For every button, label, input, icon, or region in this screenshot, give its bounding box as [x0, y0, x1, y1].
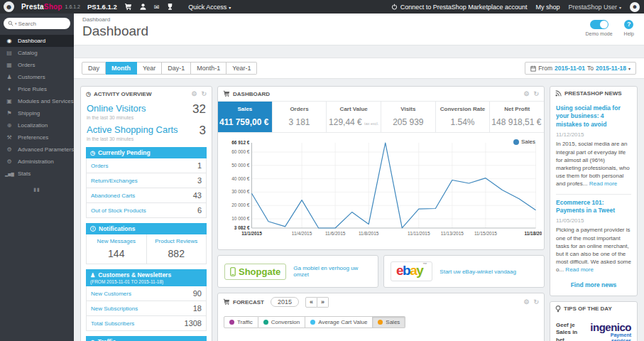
- out-of-stock-row[interactable]: Out of Stock Products 6: [87, 203, 206, 217]
- forecast-legend-conversion[interactable]: Conversion: [258, 316, 305, 328]
- abandoned-carts-row[interactable]: Abandoned Carts 43: [87, 188, 206, 203]
- panel-refresh-icon[interactable]: ↻: [533, 90, 539, 97]
- sidebar-item-stats[interactable]: ▂▅▇ Stats: [0, 168, 74, 180]
- forecast-prev-button[interactable]: «: [305, 297, 317, 308]
- sidebar-item-label: Orders: [18, 62, 35, 68]
- sidebar-item-dashboard[interactable]: ◉ Dashboard: [0, 35, 74, 47]
- metric-net-profit[interactable]: Net Profit 148 918,51 € tax excl.: [490, 102, 544, 132]
- sidebar-item-advanced-parameters[interactable]: ⚙ Advanced Parameters: [0, 144, 74, 156]
- activity-overview-panel: ◷ ACTIVITY OVERVIEW ⚙ ↻ Online Visitors …: [80, 86, 212, 341]
- sidebar-item-price-rules[interactable]: ♦ Price Rules: [0, 83, 74, 95]
- forecast-next-button[interactable]: »: [317, 297, 329, 308]
- metric-conversion-rate[interactable]: Conversion Rate 1.54%: [436, 102, 491, 132]
- trophy-icon[interactable]: [166, 3, 174, 11]
- product-reviews-cell[interactable]: Product Reviews 882: [147, 234, 207, 264]
- ebay-link[interactable]: Start uw eBay-winkel vandaag: [440, 269, 516, 275]
- search-scope-caret-icon[interactable]: ▾: [15, 21, 17, 26]
- tab-day[interactable]: Day: [82, 62, 106, 75]
- panel-refresh-icon[interactable]: ↻: [533, 298, 539, 305]
- tab-year[interactable]: Year: [137, 62, 162, 75]
- tab-month[interactable]: Month: [106, 62, 137, 75]
- sidebar-search[interactable]: ▾: [4, 18, 70, 29]
- panel-settings-icon[interactable]: ⚙: [523, 298, 529, 305]
- read-more-link[interactable]: Read more: [589, 180, 618, 187]
- news-article-date: 11/05/2015: [556, 217, 631, 224]
- sidebar-item-catalog[interactable]: ▤ Catalog: [0, 47, 74, 59]
- sidebar-item-shipping[interactable]: ⚑ Shipping: [0, 107, 74, 119]
- prestashop-logo-icon[interactable]: ☻: [4, 1, 14, 12]
- news-article-title[interactable]: Ecommerce 101: Payments in a Tweet: [556, 199, 631, 215]
- ebay-logo: ebay™: [391, 261, 432, 282]
- help-button[interactable]: ?: [624, 20, 633, 29]
- ebay-module-card[interactable]: ebay™ Start uw eBay-winkel vandaag: [383, 255, 545, 288]
- pending-orders-row[interactable]: Orders 1: [87, 158, 206, 173]
- traffic-section: ⊕ Traffic (FROM 2015-11-01 TO 2015-11-18…: [86, 336, 207, 341]
- sidebar-item-label: Preferences: [18, 134, 48, 141]
- metric-sales[interactable]: Sales 411 759,00 € tax excl.: [218, 102, 273, 132]
- find-more-news-link[interactable]: Find more news: [556, 274, 631, 291]
- panel-settings-icon[interactable]: ⚙: [523, 90, 529, 97]
- search-input[interactable]: [18, 21, 55, 27]
- active-carts-sub: in the last 30 minutes: [81, 136, 212, 144]
- tab-year-minus-1[interactable]: Year-1: [227, 62, 257, 75]
- quick-access-menu[interactable]: Quick Access ▾: [188, 4, 231, 11]
- brand[interactable]: PrestaShop: [21, 3, 62, 11]
- metric-orders[interactable]: Orders 3 181: [273, 102, 327, 132]
- cart-icon[interactable]: [124, 3, 132, 11]
- user-avatar[interactable]: ☻: [630, 2, 640, 12]
- active-carts-row[interactable]: Active Shopping Carts 3: [81, 122, 212, 136]
- sidebar-item-label: Modules and Services: [18, 98, 74, 104]
- new-subscriptions-row[interactable]: New Subscriptions 18: [87, 301, 206, 316]
- shopgate-module-card[interactable]: Shopgate Ga mobiel en verhoog uw omzet: [217, 255, 378, 288]
- dashboard-cart-icon: [223, 90, 230, 97]
- sidebar-item-customers[interactable]: ♟ Customers: [0, 71, 74, 83]
- metric-cart-value[interactable]: Cart Value 129,44 € tax excl.: [327, 102, 381, 132]
- shopgate-link[interactable]: Ga mobiel en verhoog uw omzet: [293, 265, 371, 278]
- user-menu[interactable]: PrestaShop User ▾: [568, 4, 621, 11]
- marketplace-link[interactable]: Connect to PrestaShop Marketplace accoun…: [391, 4, 528, 11]
- online-visitors-row[interactable]: Online Visitors 32: [81, 101, 212, 115]
- tab-month-minus-1[interactable]: Month-1: [191, 62, 227, 75]
- sidebar-item-modules-and-services[interactable]: ▣ Modules and Services: [0, 95, 74, 107]
- online-visitors-value: 32: [192, 103, 206, 115]
- forecast-legend-traffic[interactable]: Traffic: [224, 316, 258, 328]
- customers-icon[interactable]: [139, 3, 147, 11]
- new-customers-row[interactable]: New Customers 90: [87, 286, 206, 301]
- forecast-legend-average-cart-value[interactable]: Average Cart Value: [305, 316, 373, 328]
- prestashop-news-panel: PRESTASHOP NEWS Using social media for y…: [550, 86, 638, 296]
- metric-visits[interactable]: Visits 205 939: [381, 102, 436, 132]
- my-shop-link[interactable]: My shop: [535, 4, 560, 11]
- messages-icon[interactable]: ✉: [154, 4, 160, 11]
- online-visitors-link[interactable]: Online Visitors: [87, 103, 146, 114]
- date-range-picker[interactable]: From 2015-11-01 To 2015-11-18 ▾: [525, 62, 636, 75]
- chevron-down-icon: ▾: [628, 66, 631, 71]
- chart-legend[interactable]: Sales: [513, 139, 535, 145]
- tab-day-minus-1[interactable]: Day-1: [162, 62, 191, 75]
- brand-shop: Shop: [44, 3, 62, 11]
- forecast-legend-sales[interactable]: Sales: [373, 316, 405, 328]
- total-subscribers-row[interactable]: Total Subscribers 1308: [87, 316, 206, 330]
- new-messages-cell[interactable]: New Messages 144: [87, 234, 147, 264]
- panel-settings-icon[interactable]: ⚙: [191, 90, 197, 97]
- panel-refresh-icon[interactable]: ↻: [201, 90, 207, 97]
- shop-name[interactable]: PS1.6.1.2: [87, 3, 117, 11]
- news-article-title[interactable]: Using social media for your business: 4 …: [556, 104, 631, 129]
- sidebar: ▾ ◉ Dashboard ▤ Catalog ▦ Orders ♟ Custo…: [0, 13, 74, 341]
- avg-cart-dot: [310, 320, 315, 325]
- sidebar-item-localization[interactable]: ⊕ Localization: [0, 119, 74, 131]
- breadcrumb[interactable]: Dashboard: [82, 16, 635, 23]
- phone-icon: [230, 267, 236, 276]
- sidebar-item-administration[interactable]: ⚙ Administration: [0, 156, 74, 168]
- active-carts-link[interactable]: Active Shopping Carts: [87, 124, 178, 135]
- sidebar-item-preferences[interactable]: ⚒ Preferences: [0, 131, 74, 144]
- read-more-link[interactable]: Read more: [565, 266, 594, 273]
- sidebar-collapse-icon[interactable]: ▮▮: [0, 187, 74, 193]
- forecast-year[interactable]: 2015: [271, 297, 299, 307]
- sidebar-item-label: Shipping: [18, 110, 40, 117]
- sidebar-item-orders[interactable]: ▦ Orders: [0, 59, 74, 71]
- orders-icon: ▦: [5, 62, 13, 68]
- pending-returns-row[interactable]: Return/Exchanges 3: [87, 173, 206, 188]
- calendar-icon: [530, 65, 536, 72]
- demo-mode-toggle[interactable]: [590, 20, 608, 29]
- to-date: 2015-11-18: [596, 65, 626, 72]
